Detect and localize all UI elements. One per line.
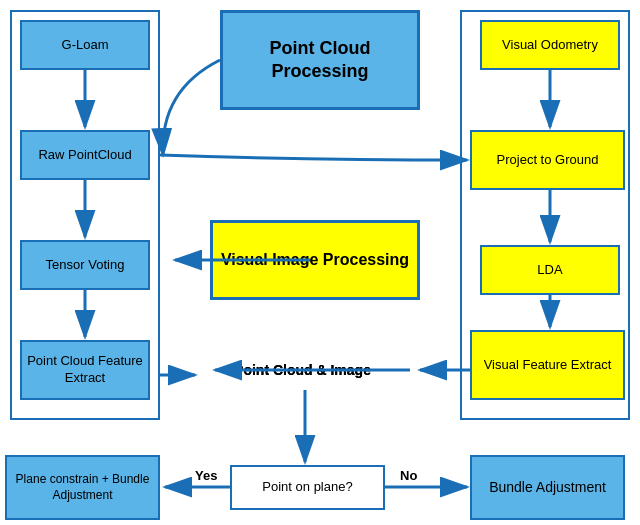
visual-odometry-box: Visual Odometry (480, 20, 620, 70)
tensor-voting-box: Tensor Voting (20, 240, 150, 290)
point-cloud-image-text: Point Cloud & Image (234, 362, 371, 378)
visual-feature-extract-box: Visual Feature Extract (470, 330, 625, 400)
project-to-ground-label: Project to Ground (497, 152, 599, 169)
bundle-adjustment-box: Bundle Adjustment (470, 455, 625, 520)
lda-label: LDA (537, 262, 562, 279)
arrow-raw-to-project (160, 155, 467, 160)
bundle-adjustment-label: Bundle Adjustment (489, 478, 606, 496)
gloam-label: G-Loam (62, 37, 109, 54)
no-label: No (400, 468, 417, 483)
point-cloud-image-label: Point Cloud & Image (195, 355, 410, 385)
point-on-plane-box: Point on plane? (230, 465, 385, 510)
tensor-voting-label: Tensor Voting (46, 257, 125, 274)
point-cloud-processing-label: Point Cloud Processing (223, 37, 417, 84)
yes-label: Yes (195, 468, 217, 483)
raw-pointcloud-label: Raw PointCloud (38, 147, 131, 164)
pointcloud-feature-box: Point Cloud Feature Extract (20, 340, 150, 400)
pointcloud-feature-label: Point Cloud Feature Extract (22, 353, 148, 387)
arrow-pcp-to-raw (163, 60, 220, 155)
visual-odometry-label: Visual Odometry (502, 37, 598, 54)
lda-box: LDA (480, 245, 620, 295)
visual-image-processing-label: Visual Image Processing (221, 250, 409, 271)
left-panel-box: Plane constrain + Bundle Adjustment (5, 455, 160, 520)
raw-pointcloud-box: Raw PointCloud (20, 130, 150, 180)
gloam-box: G-Loam (20, 20, 150, 70)
point-cloud-processing-box: Point Cloud Processing (220, 10, 420, 110)
visual-feature-extract-label: Visual Feature Extract (484, 357, 612, 374)
project-to-ground-box: Project to Ground (470, 130, 625, 190)
left-panel-label: Plane constrain + Bundle Adjustment (7, 472, 158, 503)
visual-image-processing-box: Visual Image Processing (210, 220, 420, 300)
diagram: G-Loam Raw PointCloud Tensor Voting Poin… (0, 0, 640, 525)
point-on-plane-label: Point on plane? (262, 479, 352, 496)
